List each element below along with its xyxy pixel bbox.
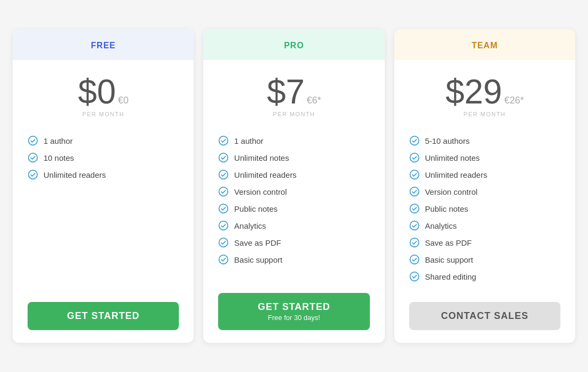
svg-point-1 (29, 153, 38, 162)
svg-point-17 (410, 238, 419, 247)
list-item: Version control (218, 183, 369, 200)
plan-header-pro: PRO (203, 29, 384, 60)
price-main-pro: $7 (267, 75, 305, 109)
plan-name-free: FREE (23, 41, 183, 50)
feature-label: Version control (425, 187, 478, 196)
list-item: 10 notes (28, 149, 179, 166)
list-item: Public notes (409, 200, 560, 217)
check-icon (218, 186, 229, 197)
check-icon (218, 203, 229, 214)
features-list-team: 5-10 authorsUnlimited notesUnlimited rea… (409, 132, 560, 300)
check-icon (218, 254, 229, 265)
svg-point-13 (410, 170, 419, 179)
price-row-pro: $7€6* (218, 75, 369, 109)
feature-label: Unlimited readers (44, 170, 106, 179)
feature-label: 1 author (234, 136, 263, 145)
list-item: Analytics (409, 217, 560, 234)
feature-label: Shared editing (425, 272, 477, 281)
list-item: Basic support (218, 251, 369, 268)
price-sub-free: €0 (118, 95, 128, 106)
cta-button-pro[interactable]: GET STARTEDFree for 30 days! (218, 293, 369, 330)
list-item: Unlimited readers (409, 166, 560, 183)
check-icon (28, 152, 38, 163)
feature-label: 10 notes (44, 153, 74, 162)
feature-label: Public notes (234, 204, 278, 213)
feature-label: Unlimited notes (425, 153, 480, 162)
svg-point-5 (219, 170, 228, 179)
plan-body-team: $29€26*PER MONTH5-10 authorsUnlimited no… (394, 60, 575, 343)
list-item: Version control (409, 183, 560, 200)
per-month-free: PER MONTH (28, 111, 179, 117)
check-icon (409, 152, 420, 163)
check-icon (28, 135, 38, 146)
check-icon (409, 203, 420, 214)
feature-label: 1 author (44, 136, 73, 145)
svg-point-2 (29, 170, 38, 179)
svg-point-0 (29, 136, 38, 145)
svg-point-7 (219, 204, 228, 213)
svg-point-15 (410, 204, 419, 213)
feature-label: Basic support (425, 255, 473, 264)
svg-point-9 (219, 238, 228, 247)
list-item: Basic support (409, 251, 560, 268)
feature-label: Save as PDF (234, 238, 281, 247)
plan-body-pro: $7€6*PER MONTH1 authorUnlimited notesUnl… (203, 60, 384, 343)
feature-label: Basic support (234, 255, 282, 264)
check-icon (409, 237, 420, 248)
plan-card-team: TEAM$29€26*PER MONTH5-10 authorsUnlimite… (394, 29, 575, 343)
plan-header-free: FREE (13, 29, 194, 60)
price-row-team: $29€26* (409, 75, 560, 109)
list-item: Analytics (218, 217, 369, 234)
list-item: Public notes (218, 200, 369, 217)
list-item: Unlimited notes (218, 149, 369, 166)
svg-point-8 (219, 221, 228, 230)
plan-name-pro: PRO (214, 41, 374, 50)
price-sub-pro: €6* (307, 95, 321, 106)
list-item: 1 author (218, 132, 369, 149)
cta-main-label: GET STARTED (67, 310, 140, 322)
list-item: Unlimited notes (409, 149, 560, 166)
feature-label: Unlimited readers (234, 170, 297, 179)
price-main-team: $29 (445, 75, 502, 109)
price-sub-team: €26* (504, 95, 524, 106)
check-icon (409, 271, 420, 282)
cta-main-label: CONTACT SALES (441, 310, 529, 322)
check-icon (409, 220, 420, 231)
list-item: Unlimited readers (28, 166, 179, 183)
feature-label: Analytics (234, 221, 266, 230)
check-icon (28, 169, 38, 180)
feature-label: Unlimited notes (234, 153, 289, 162)
svg-point-10 (219, 255, 228, 264)
per-month-pro: PER MONTH (218, 111, 369, 117)
check-icon (409, 186, 420, 197)
feature-label: Version control (234, 187, 287, 196)
check-icon (218, 152, 229, 163)
feature-label: Public notes (425, 204, 469, 213)
list-item: Save as PDF (218, 234, 369, 251)
feature-label: Unlimited readers (425, 170, 488, 179)
price-row-free: $0€0 (28, 75, 179, 109)
list-item: Unlimited readers (218, 166, 369, 183)
svg-point-14 (410, 187, 419, 196)
check-icon (218, 135, 229, 146)
plan-card-pro: PRO$7€6*PER MONTH1 authorUnlimited notes… (203, 29, 384, 343)
svg-point-16 (410, 221, 419, 230)
cta-sub-label: Free for 30 days! (268, 314, 320, 322)
features-list-free: 1 author10 notesUnlimited readers (28, 132, 179, 198)
check-icon (409, 254, 420, 265)
cta-main-label: GET STARTED (258, 301, 331, 313)
per-month-team: PER MONTH (409, 111, 560, 117)
check-icon (218, 169, 229, 180)
features-list-pro: 1 authorUnlimited notesUnlimited readers… (218, 132, 369, 283)
plan-name-team: TEAM (405, 41, 565, 50)
feature-label: 5-10 authors (425, 136, 470, 145)
list-item: Save as PDF (409, 234, 560, 251)
list-item: 1 author (28, 132, 179, 149)
svg-point-11 (410, 136, 419, 145)
plan-card-free: FREE$0€0PER MONTH1 author10 notesUnlimit… (13, 29, 194, 343)
cta-button-free[interactable]: GET STARTED (28, 302, 179, 330)
feature-label: Analytics (425, 221, 457, 230)
feature-label: Save as PDF (425, 238, 472, 247)
check-icon (218, 237, 229, 248)
cta-button-team[interactable]: CONTACT SALES (409, 302, 560, 330)
